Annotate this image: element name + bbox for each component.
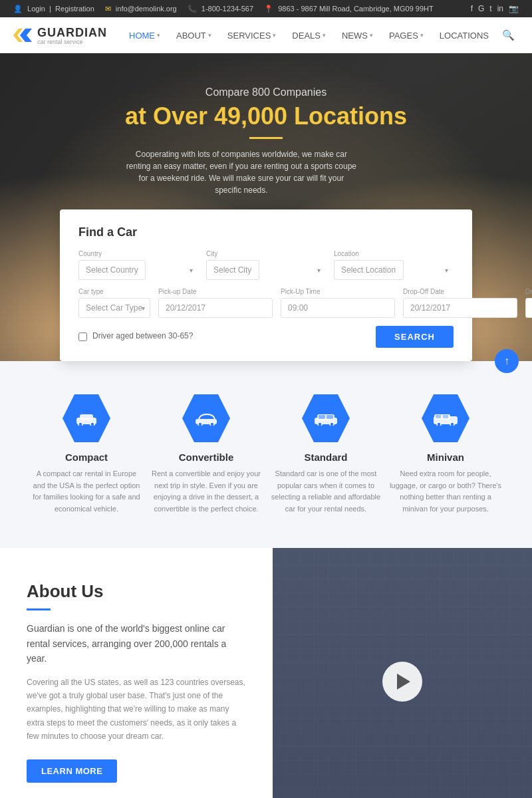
pickup-time-label: Pick-Up Time	[281, 288, 395, 295]
search-box-title: Find a Car	[78, 225, 454, 239]
svg-point-4	[78, 422, 82, 426]
hero-description: Cooperating with lots of companies world…	[125, 148, 358, 196]
driver-age-row: Driver aged between 30-65?	[78, 331, 193, 343]
city-group: City Select City	[206, 250, 326, 280]
dropoff-time-input[interactable]	[525, 298, 532, 318]
dropoff-date-input[interactable]	[403, 298, 517, 318]
about-title: About Us	[27, 581, 246, 602]
linkedin-icon[interactable]: in	[497, 4, 503, 13]
car-type-standard: Standard Standard car is one of the most…	[269, 394, 382, 515]
location-select[interactable]: Select Location	[334, 260, 404, 280]
svg-point-12	[330, 422, 334, 426]
car-types-section: Compact A compact car rental in Europe a…	[0, 361, 532, 548]
svg-point-7	[198, 422, 202, 426]
twitter-icon[interactable]: t	[489, 4, 491, 13]
form-row-1: Country Select Country City Select City …	[78, 250, 454, 280]
nav-deals[interactable]: DEALS ▾	[285, 27, 332, 45]
compact-desc: A compact car rental in Europe and the U…	[30, 468, 143, 515]
pickup-date-input[interactable]	[158, 298, 273, 318]
car-type-label: Car type	[78, 288, 150, 295]
nav-services[interactable]: SERVICES ▾	[221, 27, 283, 45]
about-body: Covering all the US states, as well as 1…	[27, 676, 246, 743]
hero-title: at Over 49,000 Locations	[125, 102, 407, 130]
site-header: GUARDIAN car rental service HOME ▾ ABOUT…	[0, 17, 532, 53]
svg-rect-20	[443, 415, 448, 418]
logo-sub: car rental service	[37, 39, 107, 45]
search-box: Find a Car Country Select Country City S…	[60, 209, 472, 361]
car-type-select[interactable]: Select Car Type	[78, 298, 150, 318]
search-button[interactable]: SEARCH	[376, 326, 454, 348]
pickup-date-label: Pick-up Date	[158, 288, 273, 295]
search-icon[interactable]: 🔍	[498, 25, 519, 45]
nav-locations[interactable]: LOCATIONS	[433, 27, 495, 45]
search-footer: Driver aged between 30-65? SEARCH	[78, 326, 454, 348]
hero-section: Compare 800 Companies at Over 49,000 Loc…	[0, 53, 532, 361]
social-links: f G t in 📷	[471, 4, 519, 13]
dropoff-time-group: Drop Off Time	[525, 288, 532, 318]
location-label: Location	[334, 250, 454, 257]
car-type-minivan: Minivan Need extra room for people, lugg…	[389, 394, 502, 515]
nav-news[interactable]: NEWS ▾	[335, 27, 380, 45]
address-info: 📍 9863 - 9867 Mill Road, Cambridge, MG09…	[264, 5, 434, 13]
svg-point-17	[437, 422, 441, 426]
phone-info: 📞 1-800-1234-567	[188, 5, 253, 13]
hero-subtitle: Compare 800 Companies	[125, 86, 407, 98]
minivan-name: Minivan	[389, 452, 502, 463]
svg-point-8	[210, 422, 214, 426]
about-left: About Us Guardian is one of the world's …	[0, 548, 273, 798]
compact-name: Compact	[30, 452, 143, 463]
standard-name: Standard	[269, 452, 382, 463]
car-type-convertible: Convertible Rent a convertible and enjoy…	[150, 394, 263, 515]
pickup-time-group: Pick-Up Time	[281, 288, 395, 318]
about-divider	[27, 608, 51, 610]
about-right	[273, 548, 532, 798]
convertible-name: Convertible	[150, 452, 263, 463]
minivan-icon	[422, 394, 469, 442]
hero-content: Compare 800 Companies at Over 49,000 Loc…	[125, 86, 407, 196]
nav-about[interactable]: ABOUT ▾	[170, 27, 218, 45]
dropoff-date-label: Drop-Off Date	[403, 288, 517, 295]
login-link[interactable]: 👤 Login | Registration	[13, 5, 94, 13]
pickup-date-group: Pick-up Date	[158, 288, 273, 318]
driver-age-checkbox[interactable]	[78, 332, 87, 341]
standard-desc: Standard car is one of the most popular …	[269, 468, 382, 515]
svg-rect-19	[436, 415, 441, 418]
city-select[interactable]: Select City	[206, 260, 259, 280]
facebook-icon[interactable]: f	[471, 4, 473, 13]
country-group: Country Select Country	[78, 250, 198, 280]
scroll-up-button[interactable]: ↑	[495, 349, 519, 373]
location-group: Location Select Location	[334, 250, 454, 280]
svg-point-11	[318, 422, 322, 426]
top-bar-left: 👤 Login | Registration ✉ info@demolink.o…	[13, 5, 434, 13]
main-nav: HOME ▾ ABOUT ▾ SERVICES ▾ DEALS ▾ NEWS ▾…	[122, 25, 519, 45]
minivan-desc: Need extra room for people, luggage, or …	[389, 468, 502, 515]
svg-marker-1	[20, 29, 32, 42]
dropoff-time-label: Drop Off Time	[525, 288, 532, 295]
email-info: ✉ info@demolink.org	[105, 5, 177, 13]
dropoff-date-group: Drop-Off Date	[403, 288, 517, 318]
svg-point-5	[90, 422, 94, 426]
about-section: About Us Guardian is one of the world's …	[0, 548, 532, 798]
nav-pages[interactable]: PAGES ▾	[382, 27, 430, 45]
standard-icon	[302, 394, 350, 442]
city-label: City	[206, 250, 326, 257]
compact-icon	[63, 394, 110, 442]
driver-age-label: Driver aged between 30-65?	[92, 331, 193, 340]
pickup-time-input[interactable]	[281, 298, 395, 318]
form-row-2: Car type Select Car Type Pick-up Date Pi…	[78, 288, 454, 318]
google-plus-icon[interactable]: G	[478, 4, 484, 13]
country-select[interactable]: Select Country	[78, 260, 146, 280]
svg-point-18	[450, 422, 454, 426]
svg-rect-14	[327, 415, 333, 419]
logo-text: GUARDIAN	[37, 26, 107, 39]
logo[interactable]: GUARDIAN car rental service	[13, 26, 107, 45]
nav-home[interactable]: HOME ▾	[122, 27, 167, 45]
car-type-compact: Compact A compact car rental in Europe a…	[30, 394, 143, 515]
top-bar: 👤 Login | Registration ✉ info@demolink.o…	[0, 0, 532, 17]
car-type-group: Car type Select Car Type	[78, 288, 150, 318]
learn-more-button[interactable]: LEARN MORE	[27, 759, 117, 783]
about-lead: Guardian is one of the world's biggest o…	[27, 621, 246, 666]
hero-divider	[249, 137, 283, 139]
instagram-icon[interactable]: 📷	[509, 4, 519, 13]
svg-rect-13	[319, 415, 325, 419]
